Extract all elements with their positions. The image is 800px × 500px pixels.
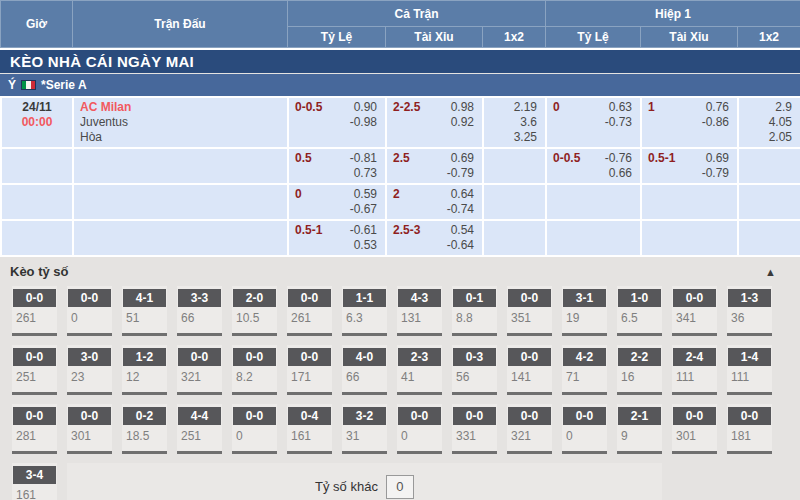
score-odds: 341 xyxy=(672,307,717,325)
score-odds: 331 xyxy=(452,425,497,443)
score-cell[interactable]: 0-08.2 xyxy=(232,345,277,395)
header-ft-odds: Tỷ Lệ xyxy=(288,27,386,48)
score-cell[interactable]: 0-218.5 xyxy=(122,404,167,454)
score-box: 0-2 xyxy=(123,407,166,425)
ft-handicap-cell[interactable]: 0.5-0.810.73 xyxy=(288,148,386,184)
score-cell[interactable]: 0-18.8 xyxy=(452,286,497,336)
score-cell[interactable]: 2-010.5 xyxy=(232,286,277,336)
score-cell[interactable]: 1-4111 xyxy=(727,345,772,395)
h1-over-under-cell[interactable]: 10.76-0.86 xyxy=(641,97,738,148)
ft-over-under-cell[interactable]: 2.5-30.54-0.64 xyxy=(386,220,483,256)
score-cell[interactable]: 0-4161 xyxy=(287,404,332,454)
score-cell[interactable]: 4-4251 xyxy=(177,404,222,454)
score-cell[interactable]: 0-00 xyxy=(562,404,607,454)
score-cell[interactable]: 3-119 xyxy=(562,286,607,336)
odds-header-table: Giờ Trận Đấu Cả Trận Hiệp 1 Tỷ Lệ Tài Xỉ… xyxy=(0,0,800,48)
odds-top-value: 0.69 xyxy=(410,151,474,166)
score-cell[interactable]: 0-0341 xyxy=(672,286,717,336)
score-cell[interactable]: 1-336 xyxy=(727,286,772,336)
score-box: 0-0 xyxy=(453,407,496,425)
score-cell[interactable]: 4-271 xyxy=(562,345,607,395)
score-cell[interactable]: 0-0321 xyxy=(507,404,552,454)
handicap-line: 0 xyxy=(547,100,560,114)
score-odds: 19 xyxy=(562,307,607,325)
h1-handicap-cell[interactable]: 0-0.5-0.760.66 xyxy=(546,148,641,184)
header-ft-1x2: 1x2 xyxy=(483,27,546,48)
score-odds: 301 xyxy=(67,425,112,443)
h1-over-under-cell[interactable]: 0.5-10.69-0.79 xyxy=(641,148,738,184)
league-bar[interactable]: Ý *Serie A xyxy=(0,74,800,96)
score-cell[interactable]: 2-341 xyxy=(397,345,442,395)
score-cell[interactable]: 3-366 xyxy=(177,286,222,336)
h1-1x2-cell[interactable]: 2.94.052.05 xyxy=(738,97,800,148)
ft-over-under-cell[interactable]: 2-2.50.980.92 xyxy=(386,97,483,148)
score-cell[interactable]: 0-0301 xyxy=(67,404,112,454)
odds-row: 24/1100:00AC MilanJuventusHòa0-0.50.90-0… xyxy=(1,97,800,148)
score-cell[interactable]: 0-0301 xyxy=(672,404,717,454)
score-cell[interactable]: 2-19 xyxy=(617,404,662,454)
score-cell[interactable]: 1-16.3 xyxy=(342,286,387,336)
score-odds: 261 xyxy=(287,307,332,325)
score-cell[interactable]: 0-00 xyxy=(67,286,112,336)
chevron-up-icon[interactable]: ▲ xyxy=(765,266,776,278)
1x2-value: 4.05 xyxy=(739,115,792,130)
score-cell[interactable]: 0-0261 xyxy=(287,286,332,336)
italy-flag-icon xyxy=(21,80,36,90)
other-score-input[interactable]: 0 xyxy=(386,475,414,499)
ft-handicap-cell[interactable]: 0.5-1-0.610.53 xyxy=(288,220,386,256)
match-teams[interactable]: AC MilanJuventusHòa xyxy=(74,100,287,145)
score-cell[interactable]: 4-151 xyxy=(122,286,167,336)
odds-top-value: -0.76 xyxy=(580,151,632,166)
score-cell[interactable]: 0-0281 xyxy=(12,404,57,454)
odds-bottom-value: 0.92 xyxy=(420,115,474,130)
score-odds: 6.5 xyxy=(617,307,662,325)
score-cell[interactable]: 1-06.5 xyxy=(617,286,662,336)
score-box: 0-0 xyxy=(508,407,551,425)
score-box: 3-4 xyxy=(13,466,56,484)
score-box: 2-3 xyxy=(398,348,441,366)
score-box: 0-0 xyxy=(673,407,716,425)
home-team: AC Milan xyxy=(80,100,287,115)
score-cell[interactable]: 0-0331 xyxy=(452,404,497,454)
betting-page: Giờ Trận Đấu Cả Trận Hiệp 1 Tỷ Lệ Tài Xỉ… xyxy=(0,0,800,500)
odds-top-value: 0.69 xyxy=(675,151,729,166)
score-cell[interactable]: 0-0141 xyxy=(507,345,552,395)
ft-handicap-cell[interactable]: 00.59-0.67 xyxy=(288,184,386,220)
score-odds: 0 xyxy=(67,307,112,325)
score-box: 1-0 xyxy=(618,289,661,307)
h1-handicap-cell[interactable]: 00.63-0.73 xyxy=(546,97,641,148)
score-cell[interactable]: 1-212 xyxy=(122,345,167,395)
score-cell[interactable]: 3-4 161 xyxy=(12,463,57,500)
score-cell[interactable]: 0-0171 xyxy=(287,345,332,395)
handicap-line: 0-0.5 xyxy=(547,151,580,165)
score-cell[interactable]: 3-231 xyxy=(342,404,387,454)
score-cell[interactable]: 0-0261 xyxy=(12,286,57,336)
score-cell[interactable]: 3-023 xyxy=(67,345,112,395)
score-cell[interactable]: 2-216 xyxy=(617,345,662,395)
ft-over-under-cell[interactable]: 2.50.69-0.79 xyxy=(386,148,483,184)
h1-over-under-cell xyxy=(641,220,738,256)
score-cell[interactable]: 0-00 xyxy=(397,404,442,454)
score-cell[interactable]: 4-066 xyxy=(342,345,387,395)
score-odds: 56 xyxy=(452,366,497,384)
score-cell[interactable]: 2-4111 xyxy=(672,345,717,395)
ft-1x2-cell[interactable]: 2.193.63.25 xyxy=(483,97,546,148)
score-cell[interactable]: 0-0351 xyxy=(507,286,552,336)
odds-bottom-value: -0.79 xyxy=(675,166,729,181)
score-cell[interactable]: 0-0321 xyxy=(177,345,222,395)
score-cell[interactable]: 0-00 xyxy=(232,404,277,454)
ft-handicap-cell[interactable]: 0-0.50.90-0.98 xyxy=(288,97,386,148)
header-full-time: Cả Trận xyxy=(288,1,546,27)
score-cell[interactable]: 4-3131 xyxy=(397,286,442,336)
header-match: Trận Đấu xyxy=(73,1,288,48)
score-odds: 10.5 xyxy=(232,307,277,325)
score-box: 3-0 xyxy=(68,348,111,366)
header-h1-over-under: Tài Xỉu xyxy=(641,27,738,48)
score-cell[interactable]: 0-0251 xyxy=(12,345,57,395)
header-h1-1x2: 1x2 xyxy=(738,27,800,48)
ft-over-under-cell[interactable]: 20.64-0.74 xyxy=(386,184,483,220)
score-box: 0-0 xyxy=(68,289,111,307)
score-cell[interactable]: 0-356 xyxy=(452,345,497,395)
1x2-value: 3.6 xyxy=(484,115,537,130)
score-cell[interactable]: 0-0181 xyxy=(727,404,772,454)
